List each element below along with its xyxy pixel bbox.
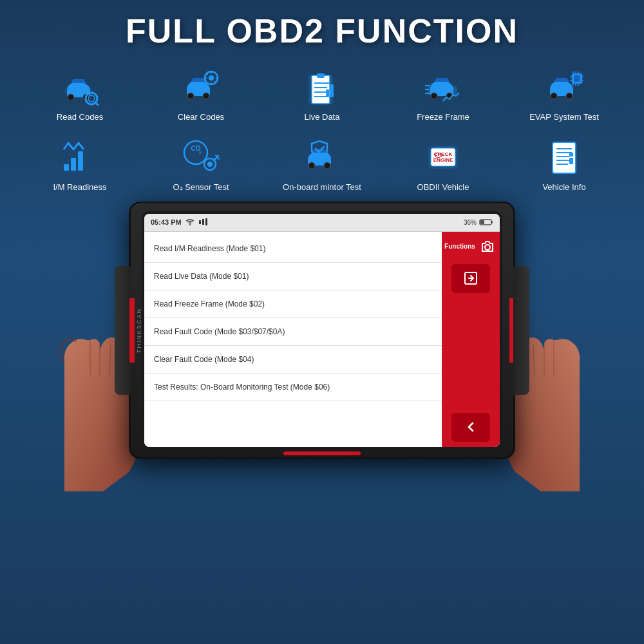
function-item-o2[interactable]: CO 2 O₂ Sensor Test xyxy=(140,133,261,198)
svg-point-9 xyxy=(209,75,214,80)
evap-icon xyxy=(542,68,587,107)
vehicle-info-label: Vehicle Info xyxy=(542,182,585,193)
o2-sensor-icon: CO 2 xyxy=(178,138,223,177)
svg-point-55 xyxy=(308,162,315,169)
svg-point-7 xyxy=(203,93,209,99)
menu-item-0[interactable]: Read I/M Readiness (Mode $01) xyxy=(144,235,442,263)
svg-rect-67 xyxy=(569,158,573,164)
clear-codes-label: Clear Codes xyxy=(178,112,224,123)
time-display: 05:43 PM xyxy=(151,218,182,226)
svg-point-81 xyxy=(485,245,490,250)
menu-item-1[interactable]: Read Live Data (Mode $01) xyxy=(144,263,442,290)
signal-icon xyxy=(198,218,210,226)
obd-device: THINKSCAN 05:43 PM xyxy=(129,202,515,459)
svg-text:CHECK: CHECK xyxy=(434,151,453,157)
svg-line-14 xyxy=(207,73,208,74)
svg-line-4 xyxy=(95,102,99,106)
obdii-label: OBDII Vehicle xyxy=(417,182,469,193)
read-codes-label: Read Codes xyxy=(57,112,103,123)
battery-icon xyxy=(479,218,493,226)
clear-codes-icon xyxy=(178,68,223,107)
device-section: THINKSCAN 05:43 PM xyxy=(0,202,644,478)
svg-rect-76 xyxy=(202,219,204,225)
red-accent-left xyxy=(129,298,135,363)
svg-point-1 xyxy=(68,94,74,100)
onboard-label: On-board mintor Test xyxy=(283,182,361,193)
status-bar-left: 05:43 PM xyxy=(151,218,464,226)
function-item-evap[interactable]: EVAP System Test xyxy=(504,63,625,128)
wifi-icon xyxy=(185,218,194,226)
im-label: I/M Readiness xyxy=(53,182,106,193)
svg-rect-24 xyxy=(330,84,334,97)
screen-content: Read I/M Readiness (Mode $01) Read Live … xyxy=(144,232,500,447)
svg-text:2: 2 xyxy=(199,149,202,155)
o2-label: O₂ Sensor Test xyxy=(173,182,229,193)
bottom-accent xyxy=(283,451,361,455)
export-button[interactable] xyxy=(451,264,490,293)
function-item-read-codes[interactable]: Read Codes xyxy=(19,63,140,128)
panel-label: Functions xyxy=(444,243,475,250)
red-accent-right xyxy=(509,298,515,363)
svg-point-25 xyxy=(431,93,437,99)
function-item-onboard[interactable]: On-board mintor Test xyxy=(261,133,383,198)
read-codes-icon xyxy=(57,68,102,107)
svg-line-54 xyxy=(216,155,218,157)
freeze-frame-label: Freeze Frame xyxy=(417,112,469,123)
svg-text:ENGINE: ENGINE xyxy=(433,157,453,163)
menu-list: Read I/M Readiness (Mode $01) Read Live … xyxy=(144,232,442,447)
menu-item-5[interactable]: Test Results: On-Board Monitoring Test (… xyxy=(144,374,442,401)
svg-rect-44 xyxy=(64,164,69,171)
svg-rect-33 xyxy=(574,75,580,82)
function-item-obdii[interactable]: CHECK ENGINE OBDII Vehicle xyxy=(383,133,504,198)
function-item-live-data[interactable]: Live Data xyxy=(261,63,383,128)
page-header: FULL OBD2 FUNCTION xyxy=(0,0,644,57)
svg-point-31 xyxy=(566,93,573,99)
svg-rect-46 xyxy=(78,151,83,171)
live-data-label: Live Data xyxy=(305,112,340,123)
svg-rect-75 xyxy=(199,220,201,224)
status-bar: 05:43 PM xyxy=(144,214,500,232)
function-item-freeze-frame[interactable]: Freeze Frame xyxy=(383,63,504,128)
export-icon xyxy=(463,270,478,286)
device-inner: 05:43 PM xyxy=(142,211,502,450)
camera-button[interactable] xyxy=(478,237,497,256)
im-readiness-icon xyxy=(57,138,102,177)
function-item-vehicle-info[interactable]: Vehicle Info xyxy=(504,133,625,198)
svg-rect-68 xyxy=(569,153,573,156)
svg-line-15 xyxy=(214,81,216,82)
page-title: FULL OBD2 FUNCTION xyxy=(0,12,644,50)
functions-grid: Read Codes Clear Codes xyxy=(0,57,644,202)
freeze-frame-icon xyxy=(421,68,466,107)
svg-rect-80 xyxy=(480,220,484,224)
back-button[interactable] xyxy=(451,413,490,442)
svg-point-30 xyxy=(551,93,557,99)
svg-rect-79 xyxy=(491,221,493,223)
obdii-icon: CHECK ENGINE xyxy=(421,138,466,177)
svg-point-6 xyxy=(187,93,194,99)
back-icon xyxy=(463,419,478,435)
svg-point-51 xyxy=(207,162,213,167)
svg-rect-23 xyxy=(326,90,329,97)
function-item-clear-codes[interactable]: Clear Codes xyxy=(140,63,261,128)
camera-icon xyxy=(480,239,495,254)
menu-item-4[interactable]: Clear Fault Code (Mode $04) xyxy=(144,346,442,374)
live-data-icon xyxy=(299,68,345,107)
function-item-im[interactable]: I/M Readiness xyxy=(19,133,140,198)
svg-rect-77 xyxy=(205,218,207,225)
device-screen: 05:43 PM xyxy=(144,214,500,447)
status-bar-right: 36% xyxy=(464,218,493,226)
svg-rect-45 xyxy=(71,158,76,171)
menu-item-2[interactable]: Read Freeze Frame (Mode $02) xyxy=(144,290,442,318)
right-panel: Functions xyxy=(442,232,500,447)
evap-label: EVAP System Test xyxy=(529,112,599,123)
svg-point-56 xyxy=(324,162,330,169)
battery-display: 36% xyxy=(464,219,477,226)
svg-rect-18 xyxy=(317,73,325,78)
onboard-monitor-icon xyxy=(299,138,345,177)
vehicle-info-icon xyxy=(542,138,587,177)
menu-item-3[interactable]: Read Fault Code (Mode $03/$07/$0A) xyxy=(144,318,442,346)
